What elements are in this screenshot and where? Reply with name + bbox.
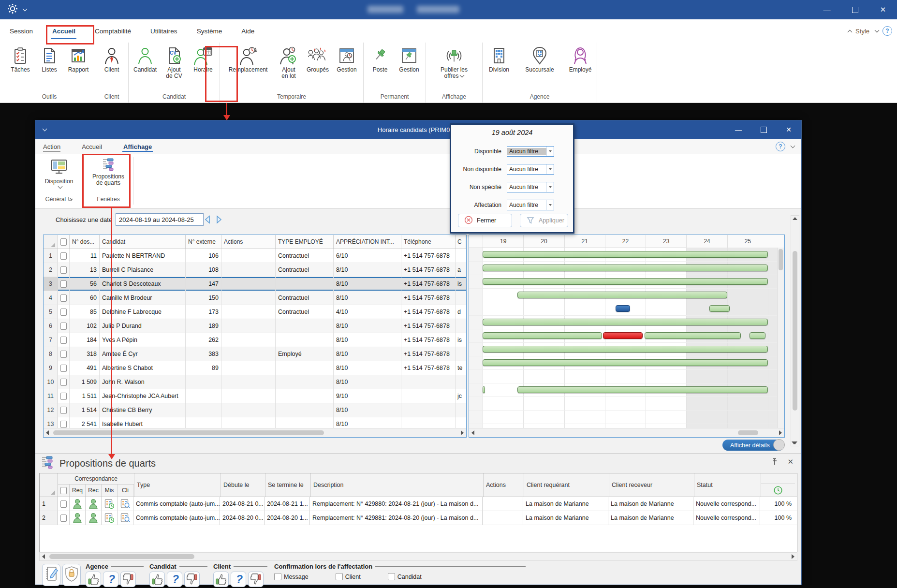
corner-cell[interactable] bbox=[44, 235, 58, 249]
subcolumn-header-cli[interactable]: Cli bbox=[118, 485, 133, 497]
select-all-checkbox[interactable] bbox=[58, 485, 70, 497]
select-all-checkbox[interactable] bbox=[58, 235, 70, 249]
propositions-hscrollbar[interactable] bbox=[39, 552, 797, 561]
row-checkbox[interactable] bbox=[58, 347, 70, 361]
gantt-bar-quart[interactable] bbox=[616, 305, 630, 312]
mis-list-icon[interactable] bbox=[102, 497, 118, 511]
column-header[interactable]: Téléphone bbox=[401, 235, 456, 249]
column-header[interactable]: Actions bbox=[484, 473, 524, 497]
reject-button[interactable] bbox=[120, 572, 136, 587]
client-button[interactable]: Client bbox=[97, 45, 126, 73]
filter-dropdown[interactable]: Aucun filtre bbox=[507, 164, 554, 175]
scroll-right-icon[interactable] bbox=[789, 553, 797, 560]
help-icon[interactable]: ? bbox=[882, 26, 892, 36]
reject-button[interactable] bbox=[184, 572, 200, 587]
table-row[interactable]: 356Charlot S Descoteaux1478/10+1 514 757… bbox=[44, 277, 466, 291]
dialog-launcher-icon[interactable] bbox=[68, 196, 73, 203]
scroll-left-icon[interactable] bbox=[44, 429, 51, 437]
close-button[interactable]: ✕ bbox=[869, 0, 897, 19]
checkbox-candidat[interactable]: Candidat bbox=[388, 573, 422, 580]
row-checkbox[interactable] bbox=[58, 389, 70, 403]
column-header[interactable]: C bbox=[456, 235, 466, 249]
horaire-button[interactable]: Horaire bbox=[189, 45, 218, 73]
chevron-down-icon[interactable] bbox=[546, 164, 554, 174]
row-checkbox[interactable] bbox=[58, 375, 70, 389]
proposition-row[interactable]: 2Commis comptable (auto-jum...2024-08-20… bbox=[40, 511, 797, 525]
toggle-knob[interactable] bbox=[773, 439, 785, 451]
column-header[interactable]: Statut bbox=[694, 473, 761, 497]
filter-dropdown[interactable]: Aucun filtre bbox=[507, 182, 554, 192]
column-header[interactable]: Type bbox=[134, 473, 221, 497]
candidates-vscrollbar[interactable] bbox=[791, 215, 799, 446]
division-button[interactable]: Division bbox=[485, 45, 514, 73]
maximize-button[interactable] bbox=[841, 0, 869, 19]
cli-list-icon[interactable] bbox=[118, 497, 133, 511]
column-header[interactable]: Client requérant bbox=[524, 473, 609, 497]
gantt-bar-dispo[interactable] bbox=[517, 292, 727, 298]
edit-note-button[interactable] bbox=[42, 564, 60, 586]
table-row[interactable]: 6102Julie P Durand1898/10+1 514 757-6878 bbox=[44, 319, 466, 333]
pin-icon[interactable] bbox=[771, 457, 779, 468]
collapse-ribbon-icon[interactable] bbox=[848, 29, 853, 34]
approve-button[interactable] bbox=[213, 572, 229, 587]
row-checkbox[interactable] bbox=[58, 403, 70, 417]
unknown-button[interactable]: ? bbox=[167, 572, 182, 587]
gantt-bar-dispo[interactable] bbox=[517, 386, 768, 393]
column-header[interactable]: Client receveur bbox=[609, 473, 694, 497]
filter-dropdown[interactable]: Aucun filtre bbox=[507, 146, 554, 157]
mis-list-icon[interactable] bbox=[102, 511, 118, 525]
panel-close-icon[interactable]: ✕ bbox=[787, 457, 794, 468]
scroll-up-icon[interactable] bbox=[793, 217, 797, 220]
gantt-bar-dispo[interactable] bbox=[645, 332, 741, 339]
minimize-button[interactable]: — bbox=[813, 0, 841, 19]
menu-item-aide[interactable]: Aide bbox=[232, 19, 264, 43]
appliquer-button[interactable]: Appliquer bbox=[520, 214, 568, 227]
gear-icon[interactable] bbox=[7, 3, 18, 16]
ajout-en lot-button[interactable]: Ajout en lot bbox=[274, 45, 303, 79]
column-header[interactable]: Débute le bbox=[221, 473, 265, 497]
gantt-bar-dispo[interactable] bbox=[750, 332, 765, 339]
candidates-hscrollbar[interactable] bbox=[44, 428, 466, 437]
table-row[interactable]: 460Camille M Brodeur150Contractuel8/10+1… bbox=[44, 291, 466, 305]
gantt-bar-dispo[interactable] bbox=[483, 346, 768, 353]
employé-button[interactable]: Employé bbox=[566, 45, 595, 73]
subcolumn-header-rec[interactable]: Rec bbox=[86, 485, 102, 497]
column-header[interactable]: Se termine le bbox=[265, 473, 311, 497]
groupés-button[interactable]: Groupés bbox=[303, 45, 332, 73]
propositions-de-quarts-button[interactable]: Propositions de quarts bbox=[87, 157, 130, 186]
publier les-offres-button[interactable]: Publier les offres bbox=[428, 45, 480, 79]
row-checkbox[interactable] bbox=[58, 361, 70, 375]
column-header[interactable]: APPRÉCIATION INT... bbox=[334, 235, 401, 249]
child-tab-affichage[interactable]: Affichage bbox=[123, 139, 152, 154]
child-maximize-button[interactable] bbox=[751, 120, 776, 139]
lock-shield-button[interactable] bbox=[62, 564, 81, 586]
unknown-button[interactable]: ? bbox=[231, 572, 246, 587]
subcolumn-header-mis[interactable]: Mis bbox=[102, 485, 118, 497]
row-checkbox[interactable] bbox=[58, 263, 70, 277]
gantt-bar-dispo[interactable] bbox=[483, 251, 768, 258]
scroll-right-icon[interactable] bbox=[458, 429, 466, 437]
gantt-bar-dispo[interactable] bbox=[483, 359, 768, 366]
table-row[interactable]: 585Delphine F Labrecque173Contractuel4/1… bbox=[44, 305, 466, 319]
gantt-vscrollbar[interactable] bbox=[777, 248, 784, 428]
gestion-button[interactable]: Gestion bbox=[332, 45, 361, 73]
table-row[interactable]: 111Paulette N BERTRAND106Contractuel6/10… bbox=[44, 249, 466, 263]
column-header[interactable]: Description bbox=[311, 473, 484, 497]
menu-item-système[interactable]: Système bbox=[187, 19, 232, 43]
row-checkbox[interactable] bbox=[58, 277, 70, 291]
checkbox-message[interactable]: Message bbox=[274, 573, 309, 580]
table-row[interactable]: 213Burrell C Plaisance108Contractuel8/10… bbox=[44, 263, 466, 277]
child-help-icon[interactable]: ? bbox=[776, 142, 785, 151]
date-range-input[interactable] bbox=[116, 213, 204, 226]
row-checkbox[interactable] bbox=[58, 305, 70, 319]
column-header[interactable]: TYPE EMPLOYÉ bbox=[276, 235, 334, 249]
child-ribbon-chevron-icon[interactable] bbox=[791, 143, 795, 148]
scroll-left-icon[interactable] bbox=[469, 429, 477, 437]
next-week-button[interactable] bbox=[213, 214, 225, 225]
approve-button[interactable] bbox=[86, 572, 101, 587]
scrollbar-thumb[interactable] bbox=[49, 554, 194, 559]
unknown-button[interactable]: ? bbox=[103, 572, 118, 587]
chevron-down-icon[interactable] bbox=[546, 182, 554, 192]
menu-item-session[interactable]: Session bbox=[0, 19, 43, 43]
cli-list-icon[interactable] bbox=[118, 511, 133, 525]
